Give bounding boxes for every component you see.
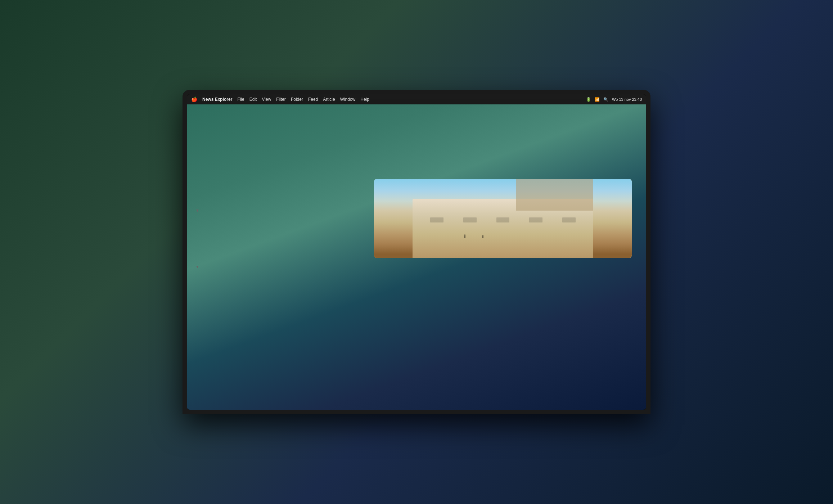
menubar-feed[interactable]: Feed: [308, 97, 318, 102]
menubar-folder[interactable]: Folder: [291, 97, 303, 102]
menubar-article[interactable]: Article: [323, 97, 335, 102]
reader-hero-image: [374, 179, 632, 258]
menubar-window[interactable]: Window: [340, 97, 356, 102]
menubar-app-name[interactable]: News Explorer: [202, 97, 232, 102]
folder-arrow-design: ▶: [196, 210, 199, 212]
app-container: ≡ ⊞ News Explorer Filters All Articles 1…: [187, 104, 646, 410]
menubar-datetime: Wo 13 nov 23:40: [612, 97, 642, 102]
wifi-icon: 📶: [595, 97, 600, 102]
apple-menu[interactable]: 🍎: [191, 96, 197, 102]
laptop-screen: 🍎 News Explorer File Edit View Filter Fo…: [187, 94, 646, 410]
search-icon[interactable]: 🔍: [603, 97, 608, 102]
hero-inner: [374, 179, 632, 258]
menubar-file[interactable]: File: [237, 97, 244, 102]
laptop-outer: 🍎 News Explorer File Edit View Filter Fo…: [183, 90, 650, 414]
menubar-help[interactable]: Help: [360, 97, 369, 102]
battery-icon: 🔋: [586, 97, 591, 102]
menubar-edit[interactable]: Edit: [249, 97, 257, 102]
menubar-left: 🍎 News Explorer File Edit View Filter Fo…: [191, 96, 369, 102]
menubar-right: 🔋 📶 🔍 Wo 13 nov 23:40: [586, 97, 642, 102]
menubar: 🍎 News Explorer File Edit View Filter Fo…: [187, 94, 646, 104]
menubar-view[interactable]: View: [262, 97, 271, 102]
folder-arrow-dev: ▶: [196, 266, 199, 268]
menubar-filter[interactable]: Filter: [276, 97, 286, 102]
